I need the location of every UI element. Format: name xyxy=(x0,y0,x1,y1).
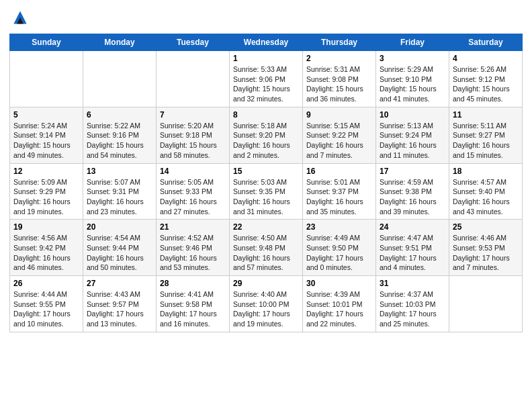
day-number: 13 xyxy=(87,167,152,176)
day-cell: 5Sunrise: 5:24 AM Sunset: 9:14 PM Daylig… xyxy=(10,107,83,163)
day-number: 7 xyxy=(160,110,226,120)
day-number: 2 xyxy=(306,54,372,63)
day-number: 3 xyxy=(380,54,445,63)
header xyxy=(9,7,523,28)
day-number: 26 xyxy=(13,279,79,288)
day-cell: 19Sunrise: 4:56 AM Sunset: 9:42 PM Dayli… xyxy=(10,220,83,276)
day-info: Sunrise: 5:11 AM Sunset: 9:27 PM Dayligh… xyxy=(453,121,519,161)
day-cell: 6Sunrise: 5:22 AM Sunset: 9:16 PM Daylig… xyxy=(83,107,157,163)
day-number: 18 xyxy=(453,167,519,176)
day-number: 5 xyxy=(13,110,79,120)
day-cell: 12Sunrise: 5:09 AM Sunset: 9:29 PM Dayli… xyxy=(10,163,83,220)
day-header-sunday: Sunday xyxy=(10,34,83,51)
day-info: Sunrise: 5:29 AM Sunset: 9:10 PM Dayligh… xyxy=(380,64,445,104)
day-info: Sunrise: 4:46 AM Sunset: 9:53 PM Dayligh… xyxy=(453,233,519,273)
day-number: 30 xyxy=(306,279,372,288)
day-number: 28 xyxy=(160,279,226,288)
day-cell: 23Sunrise: 4:49 AM Sunset: 9:50 PM Dayli… xyxy=(303,220,376,276)
day-cell: 15Sunrise: 5:03 AM Sunset: 9:35 PM Dayli… xyxy=(230,163,303,220)
day-info: Sunrise: 4:57 AM Sunset: 9:40 PM Dayligh… xyxy=(453,177,519,217)
day-number: 17 xyxy=(380,167,445,176)
day-cell: 8Sunrise: 5:18 AM Sunset: 9:20 PM Daylig… xyxy=(230,107,303,163)
day-cell: 25Sunrise: 4:46 AM Sunset: 9:53 PM Dayli… xyxy=(449,220,523,276)
day-cell: 4Sunrise: 5:26 AM Sunset: 9:12 PM Daylig… xyxy=(449,51,523,107)
day-cell xyxy=(157,51,230,107)
day-info: Sunrise: 5:24 AM Sunset: 9:14 PM Dayligh… xyxy=(13,121,79,161)
day-number: 8 xyxy=(233,110,299,120)
day-info: Sunrise: 4:44 AM Sunset: 9:55 PM Dayligh… xyxy=(13,289,79,329)
day-info: Sunrise: 4:47 AM Sunset: 9:51 PM Dayligh… xyxy=(380,233,445,273)
day-cell: 26Sunrise: 4:44 AM Sunset: 9:55 PM Dayli… xyxy=(10,276,83,332)
week-row-5: 26Sunrise: 4:44 AM Sunset: 9:55 PM Dayli… xyxy=(10,276,523,332)
day-number: 4 xyxy=(453,54,519,63)
day-number: 27 xyxy=(87,279,152,288)
day-info: Sunrise: 4:41 AM Sunset: 9:58 PM Dayligh… xyxy=(160,289,226,329)
day-info: Sunrise: 5:18 AM Sunset: 9:20 PM Dayligh… xyxy=(233,121,299,161)
day-header-wednesday: Wednesday xyxy=(230,34,303,51)
day-cell: 28Sunrise: 4:41 AM Sunset: 9:58 PM Dayli… xyxy=(157,276,230,332)
day-cell: 24Sunrise: 4:47 AM Sunset: 9:51 PM Dayli… xyxy=(376,220,449,276)
day-info: Sunrise: 5:31 AM Sunset: 9:08 PM Dayligh… xyxy=(306,64,372,104)
day-info: Sunrise: 5:20 AM Sunset: 9:18 PM Dayligh… xyxy=(160,121,226,161)
day-cell: 16Sunrise: 5:01 AM Sunset: 9:37 PM Dayli… xyxy=(303,163,376,220)
day-info: Sunrise: 5:13 AM Sunset: 9:24 PM Dayligh… xyxy=(380,121,445,161)
logo-icon xyxy=(9,7,31,28)
day-number: 29 xyxy=(233,279,299,288)
day-info: Sunrise: 4:59 AM Sunset: 9:38 PM Dayligh… xyxy=(380,177,445,217)
day-info: Sunrise: 4:54 AM Sunset: 9:44 PM Dayligh… xyxy=(87,233,152,273)
week-row-4: 19Sunrise: 4:56 AM Sunset: 9:42 PM Dayli… xyxy=(10,220,523,276)
day-cell: 2Sunrise: 5:31 AM Sunset: 9:08 PM Daylig… xyxy=(303,51,376,107)
day-cell: 3Sunrise: 5:29 AM Sunset: 9:10 PM Daylig… xyxy=(376,51,449,107)
day-cell: 17Sunrise: 4:59 AM Sunset: 9:38 PM Dayli… xyxy=(376,163,449,220)
day-cell: 20Sunrise: 4:54 AM Sunset: 9:44 PM Dayli… xyxy=(83,220,157,276)
day-number: 12 xyxy=(13,167,79,176)
day-header-thursday: Thursday xyxy=(303,34,376,51)
day-number: 23 xyxy=(306,222,372,232)
days-header-row: SundayMondayTuesdayWednesdayThursdayFrid… xyxy=(10,34,523,51)
day-cell: 11Sunrise: 5:11 AM Sunset: 9:27 PM Dayli… xyxy=(449,107,523,163)
day-info: Sunrise: 5:15 AM Sunset: 9:22 PM Dayligh… xyxy=(306,121,372,161)
day-cell: 29Sunrise: 4:40 AM Sunset: 10:00 PM Dayl… xyxy=(230,276,303,332)
day-info: Sunrise: 4:39 AM Sunset: 10:01 PM Daylig… xyxy=(306,289,372,329)
day-number: 22 xyxy=(233,222,299,232)
day-info: Sunrise: 4:49 AM Sunset: 9:50 PM Dayligh… xyxy=(306,233,372,273)
day-header-monday: Monday xyxy=(83,34,157,51)
week-row-2: 5Sunrise: 5:24 AM Sunset: 9:14 PM Daylig… xyxy=(10,107,523,163)
day-info: Sunrise: 5:33 AM Sunset: 9:06 PM Dayligh… xyxy=(233,64,299,104)
day-number: 10 xyxy=(380,110,445,120)
day-cell: 1Sunrise: 5:33 AM Sunset: 9:06 PM Daylig… xyxy=(230,51,303,107)
day-header-tuesday: Tuesday xyxy=(157,34,230,51)
day-number: 15 xyxy=(233,167,299,176)
day-cell: 22Sunrise: 4:50 AM Sunset: 9:48 PM Dayli… xyxy=(230,220,303,276)
day-cell: 13Sunrise: 5:07 AM Sunset: 9:31 PM Dayli… xyxy=(83,163,157,220)
day-info: Sunrise: 4:52 AM Sunset: 9:46 PM Dayligh… xyxy=(160,233,226,273)
day-info: Sunrise: 4:56 AM Sunset: 9:42 PM Dayligh… xyxy=(13,233,79,273)
day-cell xyxy=(83,51,157,107)
day-number: 31 xyxy=(380,279,445,288)
day-cell: 14Sunrise: 5:05 AM Sunset: 9:33 PM Dayli… xyxy=(157,163,230,220)
day-info: Sunrise: 5:22 AM Sunset: 9:16 PM Dayligh… xyxy=(87,121,152,161)
day-cell: 9Sunrise: 5:15 AM Sunset: 9:22 PM Daylig… xyxy=(303,107,376,163)
day-info: Sunrise: 5:05 AM Sunset: 9:33 PM Dayligh… xyxy=(160,177,226,217)
calendar: SundayMondayTuesdayWednesdayThursdayFrid… xyxy=(9,34,523,332)
day-number: 11 xyxy=(453,110,519,120)
day-cell xyxy=(449,276,523,332)
week-row-1: 1Sunrise: 5:33 AM Sunset: 9:06 PM Daylig… xyxy=(10,51,523,107)
day-info: Sunrise: 5:09 AM Sunset: 9:29 PM Dayligh… xyxy=(13,177,79,217)
day-info: Sunrise: 4:40 AM Sunset: 10:00 PM Daylig… xyxy=(233,289,299,329)
day-cell xyxy=(10,51,83,107)
logo xyxy=(9,7,34,28)
day-number: 14 xyxy=(160,167,226,176)
day-number: 6 xyxy=(87,110,152,120)
day-cell: 7Sunrise: 5:20 AM Sunset: 9:18 PM Daylig… xyxy=(157,107,230,163)
day-cell: 10Sunrise: 5:13 AM Sunset: 9:24 PM Dayli… xyxy=(376,107,449,163)
day-cell: 21Sunrise: 4:52 AM Sunset: 9:46 PM Dayli… xyxy=(157,220,230,276)
day-number: 20 xyxy=(87,222,152,232)
day-number: 9 xyxy=(306,110,372,120)
day-info: Sunrise: 5:03 AM Sunset: 9:35 PM Dayligh… xyxy=(233,177,299,217)
day-number: 24 xyxy=(380,222,445,232)
day-cell: 30Sunrise: 4:39 AM Sunset: 10:01 PM Dayl… xyxy=(303,276,376,332)
day-info: Sunrise: 4:43 AM Sunset: 9:57 PM Dayligh… xyxy=(87,289,152,329)
day-info: Sunrise: 4:50 AM Sunset: 9:48 PM Dayligh… xyxy=(233,233,299,273)
day-header-saturday: Saturday xyxy=(449,34,523,51)
